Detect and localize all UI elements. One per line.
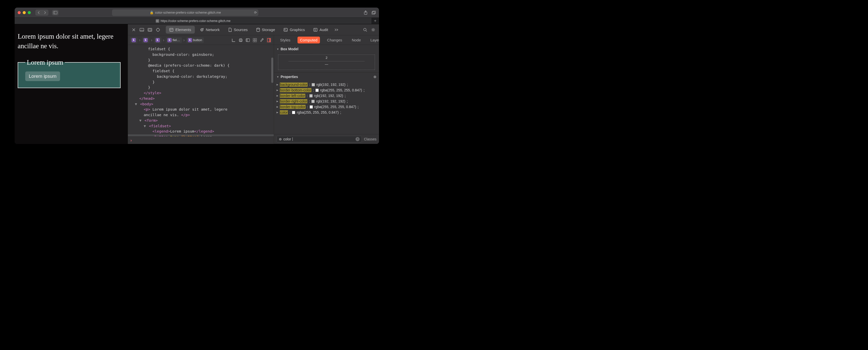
- svg-rect-26: [240, 39, 242, 39]
- property-name: background-color: [280, 83, 308, 87]
- share-icon[interactable]: [363, 10, 368, 15]
- breadcrumb-button[interactable]: Ebutton: [186, 37, 204, 43]
- property-value: rgb(192, 192, 192): [316, 99, 345, 103]
- browser-toolbar: 🔒 color-scheme-prefers-color-scheme.glit…: [14, 7, 379, 18]
- tab-sources[interactable]: Sources: [225, 26, 251, 34]
- disclosure-triangle-icon: ▶: [277, 100, 278, 103]
- minimize-window-button[interactable]: [23, 11, 26, 14]
- svg-point-18: [257, 28, 260, 29]
- tab-storage[interactable]: Storage: [253, 26, 279, 34]
- filter-bar: ⊜ color ✕ Classes: [274, 134, 379, 144]
- network-icon: [200, 28, 204, 32]
- reload-icon[interactable]: ⟳: [254, 10, 257, 14]
- disclosure-triangle-icon: ▼: [277, 76, 279, 78]
- disclosure-triangle-icon: ▶: [277, 89, 278, 91]
- breadcrumb-sep: ›: [139, 38, 140, 42]
- overflow-icon[interactable]: [333, 27, 340, 33]
- clear-filter-icon[interactable]: ✕: [355, 137, 360, 141]
- dom-tree[interactable]: fieldset { background-color: gainsboro; …: [128, 45, 274, 136]
- classes-button[interactable]: Classes: [364, 137, 376, 141]
- address-bar[interactable]: 🔒 color-scheme-prefers-color-scheme.glit…: [112, 9, 258, 16]
- text-cursor: [292, 137, 293, 141]
- box-model-header[interactable]: ▼ Box Model: [274, 45, 379, 53]
- forward-button[interactable]: [42, 10, 48, 15]
- tab-network[interactable]: Network: [196, 26, 223, 34]
- property-row[interactable]: ▶ border-left-color: rgb(192, 192, 192);: [277, 93, 376, 98]
- paint-flashing-icon[interactable]: [259, 37, 265, 43]
- search-icon[interactable]: [362, 27, 368, 33]
- devtools: Elements Network Sources Storage Graphic…: [128, 24, 379, 144]
- color-swatch[interactable]: [315, 89, 319, 92]
- tab-computed[interactable]: Computed: [298, 37, 320, 43]
- dock-bottom-icon[interactable]: [138, 27, 145, 33]
- selected-dom-node[interactable]: <button type="button">Lorem: [128, 134, 274, 136]
- svg-rect-19: [284, 28, 287, 31]
- breadcrumb-item[interactable]: E: [130, 37, 137, 43]
- print-styles-icon[interactable]: [238, 37, 244, 43]
- force-appearance-icon[interactable]: [245, 37, 251, 43]
- property-name: border-right-color: [280, 99, 307, 103]
- breadcrumb-fieldset[interactable]: Efiel…: [166, 37, 182, 43]
- property-row[interactable]: ▶ background-color: rgb(192, 192, 192);: [277, 82, 376, 87]
- svg-rect-29: [246, 39, 248, 42]
- browser-tab[interactable]: C https://color-scheme-prefers-color-sch…: [14, 18, 371, 24]
- property-name: border-top-color: [280, 105, 306, 109]
- tab-changes[interactable]: Changes: [324, 37, 345, 43]
- dock-side-icon[interactable]: [147, 27, 153, 33]
- property-row[interactable]: ▶ border-top-color: rgba(255, 255, 255, …: [277, 104, 376, 110]
- svg-rect-33: [255, 40, 257, 42]
- tab-elements[interactable]: Elements: [166, 26, 195, 34]
- element-picker-icon[interactable]: [155, 27, 161, 33]
- tab-audit[interactable]: Audit: [310, 26, 332, 34]
- layout-bounds-icon[interactable]: [266, 37, 272, 43]
- tabs-icon[interactable]: [371, 10, 376, 15]
- disclosure-triangle-icon: ▶: [277, 83, 278, 86]
- audit-icon: [313, 28, 317, 32]
- property-value: rgba(255, 255, 255, 0.847): [297, 110, 339, 114]
- options-icon[interactable]: ⊜: [373, 75, 376, 79]
- tab-bar: C https://color-scheme-prefers-color-sch…: [14, 18, 379, 24]
- property-value: rgba(255, 255, 255, 0.847): [314, 105, 356, 109]
- color-swatch[interactable]: [311, 100, 315, 103]
- svg-rect-4: [373, 11, 376, 13]
- property-row[interactable]: ▶ color: rgba(255, 255, 255, 0.847);: [277, 110, 376, 115]
- property-row[interactable]: ▶ border-bottom-color: rgba(255, 255, 25…: [277, 87, 376, 93]
- property-name: border-bottom-color: [280, 88, 311, 92]
- breadcrumb-sep: ›: [163, 38, 164, 42]
- rulers-icon[interactable]: [231, 37, 237, 43]
- tab-layers[interactable]: Layers: [368, 37, 379, 43]
- new-tab-button[interactable]: ＋: [371, 18, 379, 24]
- elements-toolbar: E › E › E › Efiel… › Ebutton: [128, 35, 274, 45]
- page-form: Lorem ipsum Lorem ipsum: [18, 59, 128, 88]
- svg-rect-30: [253, 38, 255, 40]
- property-row[interactable]: ▶ border-right-color: rgb(192, 192, 192)…: [277, 98, 376, 104]
- color-swatch[interactable]: [292, 111, 295, 114]
- rendered-page: Lorem ipsum dolor sit amet, legere ancil…: [14, 24, 128, 144]
- scrollbar-handle[interactable]: [271, 58, 273, 83]
- property-name: color: [280, 110, 288, 114]
- tab-graphics[interactable]: Graphics: [280, 26, 308, 34]
- back-button[interactable]: [36, 10, 42, 15]
- settings-icon[interactable]: [370, 27, 376, 33]
- page-button[interactable]: Lorem ipsum: [25, 71, 60, 81]
- console-chevron-icon: ›: [130, 138, 132, 143]
- tab-node[interactable]: Node: [349, 37, 363, 43]
- color-swatch[interactable]: [309, 94, 313, 97]
- color-swatch[interactable]: [310, 105, 313, 109]
- breadcrumb-item[interactable]: E: [142, 37, 149, 43]
- compositing-icon[interactable]: [252, 37, 258, 43]
- svg-rect-3: [372, 11, 375, 14]
- console-prompt[interactable]: ›: [128, 136, 274, 144]
- close-devtools-icon[interactable]: [130, 27, 137, 33]
- filter-input[interactable]: ⊜ color ✕: [277, 136, 362, 142]
- properties-header[interactable]: ▼ Properties ⊜: [274, 73, 379, 81]
- page-fieldset: Lorem ipsum Lorem ipsum: [18, 59, 121, 88]
- page-legend: Lorem ipsum: [25, 59, 65, 66]
- sidebar-toggle-button[interactable]: [52, 10, 59, 16]
- breadcrumb-item[interactable]: E: [154, 37, 161, 43]
- color-swatch[interactable]: [312, 83, 315, 86]
- maximize-window-button[interactable]: [28, 11, 31, 14]
- tab-styles[interactable]: Styles: [278, 37, 293, 43]
- close-window-button[interactable]: [18, 11, 21, 14]
- box-model-diagram[interactable]: 2 —: [274, 53, 379, 72]
